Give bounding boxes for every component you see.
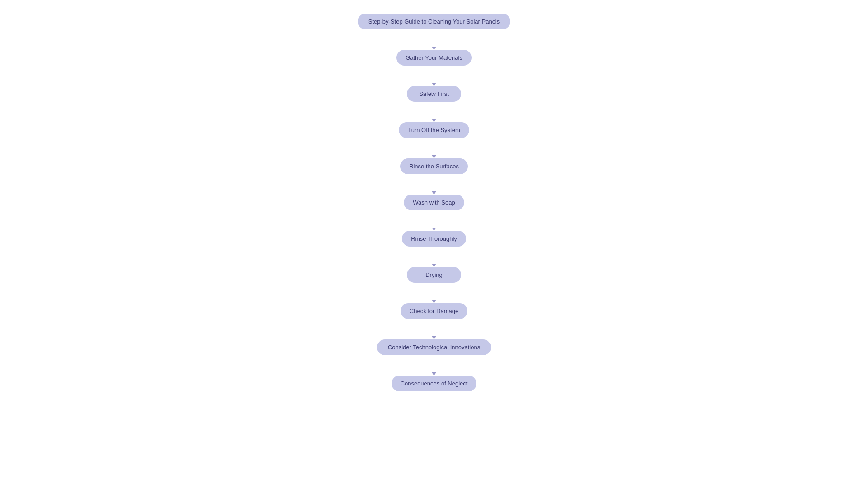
connector-2	[434, 102, 434, 122]
connector-3	[434, 138, 434, 158]
node-drying[interactable]: Drying	[407, 267, 461, 283]
node-rinse-surfaces[interactable]: Rinse the Surfaces	[400, 158, 468, 174]
connector-4	[434, 174, 434, 195]
flowchart: Step-by-Step Guide to Cleaning Your Sola…	[358, 5, 511, 400]
connector-6	[434, 247, 434, 267]
node-turn-off-system[interactable]: Turn Off the System	[399, 122, 469, 138]
node-consider-tech[interactable]: Consider Technological Innovations	[377, 339, 491, 355]
connector-1	[434, 66, 434, 86]
node-gather-materials[interactable]: Gather Your Materials	[396, 50, 472, 66]
node-consequences[interactable]: Consequences of Neglect	[392, 376, 477, 391]
node-wash-soap[interactable]: Wash with Soap	[404, 195, 464, 210]
connector-7	[434, 283, 434, 303]
connector-8	[434, 319, 434, 339]
connector-5	[434, 210, 434, 231]
node-check-damage[interactable]: Check for Damage	[401, 303, 467, 319]
node-title[interactable]: Step-by-Step Guide to Cleaning Your Sola…	[358, 14, 511, 29]
node-rinse-thoroughly[interactable]: Rinse Thoroughly	[402, 231, 466, 247]
connector-9	[434, 355, 434, 376]
connector-0	[434, 29, 434, 50]
node-safety-first[interactable]: Safety First	[407, 86, 461, 102]
